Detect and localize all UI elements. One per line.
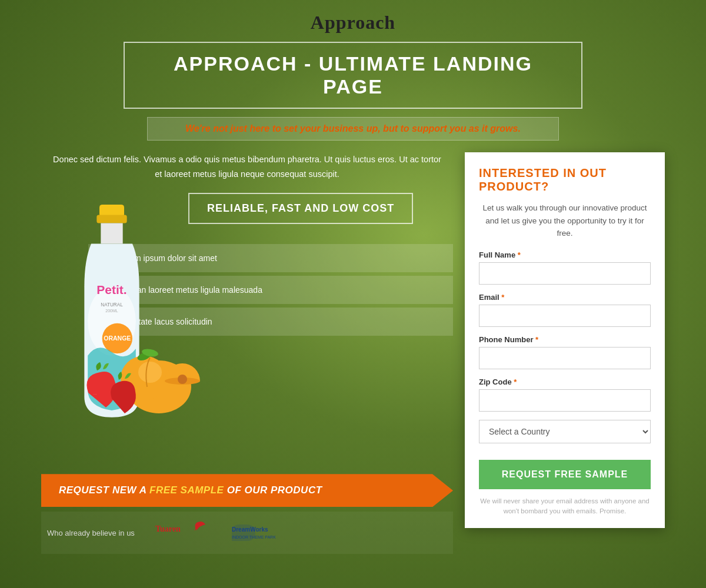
svg-text:Petit.: Petit. bbox=[96, 283, 126, 296]
cta-button-label: RELIABLE, FAST AND LOW COST bbox=[207, 202, 394, 214]
svg-text:200ML: 200ML bbox=[105, 309, 118, 313]
form-disclaimer: We will never share your email address w… bbox=[479, 496, 651, 517]
hero-description: Donec sed dictum felis. Vivamus a odio q… bbox=[41, 152, 453, 181]
required-marker-phone: * bbox=[535, 335, 538, 344]
site-logo: Approach bbox=[41, 6, 665, 38]
required-marker-zip: * bbox=[514, 377, 517, 386]
svg-text:···: ··· bbox=[93, 392, 97, 397]
brands-section: Who already believe in us Tuaren DreamWo… bbox=[41, 512, 453, 554]
page-title: APPROACH - ULTIMATE LANDING PAGE bbox=[142, 52, 564, 98]
full-name-input[interactable] bbox=[479, 262, 651, 285]
zip-label: Zip Code * bbox=[479, 377, 651, 386]
svg-text:INDOOR THEME PARK: INDOOR THEME PARK bbox=[232, 535, 276, 539]
email-group: Email * bbox=[479, 293, 651, 327]
required-marker-email: * bbox=[501, 293, 504, 302]
banner-highlight: FREE SAMPLE bbox=[149, 485, 224, 496]
form-intro: Let us walk you through our innovative p… bbox=[479, 202, 651, 240]
country-select[interactable]: Select a Country United States United Ki… bbox=[479, 420, 651, 443]
svg-text:DreamWorks: DreamWorks bbox=[232, 526, 268, 533]
hero-subtitle: We're not just here to set your business… bbox=[159, 123, 547, 134]
email-label: Email * bbox=[479, 293, 651, 302]
zip-input[interactable] bbox=[479, 389, 651, 412]
banner-prefix: REQUEST NEW A bbox=[59, 485, 149, 496]
full-name-group: Full Name * bbox=[479, 250, 651, 285]
full-name-label: Full Name * bbox=[479, 250, 651, 259]
free-sample-banner: REQUEST NEW A FREE SAMPLE OF OUR PRODUCT bbox=[41, 474, 453, 507]
svg-text:NATURAL: NATURAL bbox=[101, 302, 123, 308]
zip-group: Zip Code * bbox=[479, 377, 651, 412]
left-column: Donec sed dictum felis. Vivamus a odio q… bbox=[41, 152, 453, 554]
product-area: Petit. NATURAL 200ML ORANGE bbox=[41, 193, 453, 463]
right-column: INTERESTED IN OUT PRODUCT? Let us walk y… bbox=[465, 152, 665, 528]
svg-point-11 bbox=[138, 362, 162, 383]
phone-input[interactable] bbox=[479, 347, 651, 369]
fruits-decoration: ··· bbox=[53, 322, 229, 416]
country-group: Select a Country United States United Ki… bbox=[479, 420, 651, 443]
signup-form-card: INTERESTED IN OUT PRODUCT? Let us walk y… bbox=[465, 152, 665, 528]
svg-text:Tuaren: Tuaren bbox=[155, 524, 181, 533]
main-content: Donec sed dictum felis. Vivamus a odio q… bbox=[41, 152, 665, 554]
phone-label: Phone Number * bbox=[479, 335, 651, 344]
cta-button[interactable]: RELIABLE, FAST AND LOW COST bbox=[188, 193, 413, 224]
brands-label: Who already believe in us bbox=[47, 529, 135, 537]
email-input[interactable] bbox=[479, 305, 651, 327]
logo-text: Approach bbox=[311, 12, 395, 33]
required-marker: * bbox=[518, 250, 521, 259]
svg-point-15 bbox=[178, 375, 187, 384]
banner-text: REQUEST NEW A FREE SAMPLE OF OUR PRODUCT bbox=[59, 485, 322, 496]
form-title: INTERESTED IN OUT PRODUCT? bbox=[479, 166, 651, 193]
phone-group: Phone Number * bbox=[479, 335, 651, 369]
submit-button[interactable]: REQUEST FREE SAMPLE bbox=[479, 460, 651, 489]
hero-title-box: APPROACH - ULTIMATE LANDING PAGE bbox=[124, 42, 582, 109]
brand-tuaren: Tuaren bbox=[152, 521, 211, 544]
banner-suffix: OF OUR PRODUCT bbox=[224, 485, 322, 496]
hero-subtitle-box: We're not just here to set your business… bbox=[147, 117, 559, 141]
brand-dreamworks: DreamWorks INDOOR THEME PARK bbox=[229, 521, 294, 544]
